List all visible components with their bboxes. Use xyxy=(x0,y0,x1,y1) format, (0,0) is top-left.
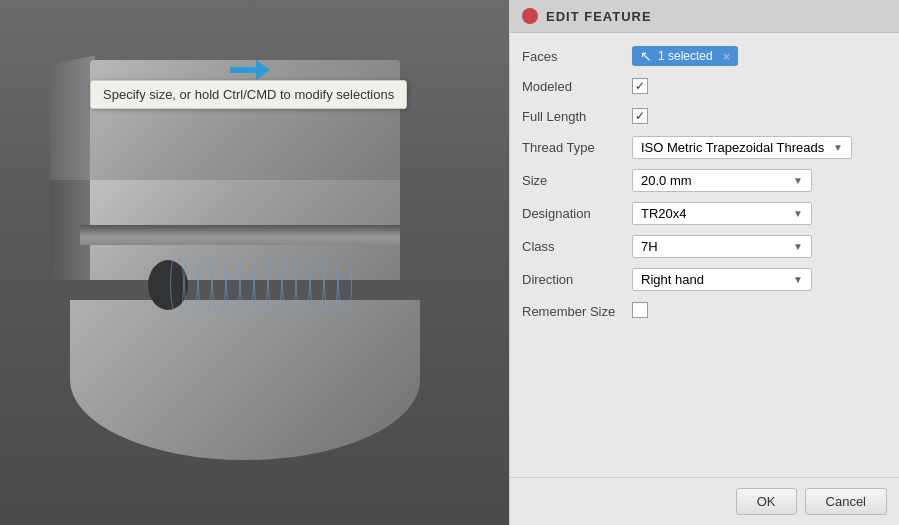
panel-content: Faces ↖ 1 selected × Modeled ✓ Full Leng… xyxy=(510,33,899,334)
class-arrow-icon: ▼ xyxy=(793,241,803,252)
ok-button[interactable]: OK xyxy=(736,488,797,515)
modeled-label: Modeled xyxy=(522,79,632,94)
thread-type-value: ISO Metric Trapezoidal Threads ▼ xyxy=(632,136,887,159)
designation-row: Designation TR20x4 ▼ xyxy=(510,197,899,230)
thread-direction-arrow xyxy=(230,62,270,78)
size-value: 20.0 mm ▼ xyxy=(632,169,887,192)
size-dropdown[interactable]: 20.0 mm ▼ xyxy=(632,169,812,192)
designation-dropdown[interactable]: TR20x4 ▼ xyxy=(632,202,812,225)
remember-size-row: Remember Size xyxy=(510,296,899,326)
model-notch xyxy=(80,225,400,245)
faces-count: 1 selected xyxy=(658,49,713,63)
class-dropdown[interactable]: 7H ▼ xyxy=(632,235,812,258)
class-label: Class xyxy=(522,239,632,254)
direction-dropdown[interactable]: Right hand ▼ xyxy=(632,268,812,291)
designation-arrow-icon: ▼ xyxy=(793,208,803,219)
thread-type-row: Thread Type ISO Metric Trapezoidal Threa… xyxy=(510,131,899,164)
faces-cursor-icon: ↖ xyxy=(640,48,652,64)
cancel-button[interactable]: Cancel xyxy=(805,488,887,515)
panel-header: EDIT FEATURE xyxy=(510,0,899,33)
faces-clear-button[interactable]: × xyxy=(723,49,731,64)
class-row: Class 7H ▼ xyxy=(510,230,899,263)
model-cylinder-base xyxy=(70,300,420,460)
size-arrow-icon: ▼ xyxy=(793,175,803,186)
modeled-value: ✓ xyxy=(632,78,887,94)
remember-size-value xyxy=(632,302,887,321)
modeled-checkbox[interactable]: ✓ xyxy=(632,78,648,94)
size-row: Size 20.0 mm ▼ xyxy=(510,164,899,197)
model-thread-helix xyxy=(170,252,355,316)
arrow-shaft xyxy=(230,67,256,73)
size-text: 20.0 mm xyxy=(641,173,692,188)
class-text: 7H xyxy=(641,239,658,254)
thread-type-arrow-icon: ▼ xyxy=(833,142,843,153)
faces-row: Faces ↖ 1 selected × xyxy=(510,41,899,71)
tooltip-text: Specify size, or hold Ctrl/CMD to modify… xyxy=(103,87,394,102)
faces-selector[interactable]: ↖ 1 selected × xyxy=(632,46,738,66)
size-label: Size xyxy=(522,173,632,188)
arrow-head xyxy=(256,60,270,80)
direction-row: Direction Right hand ▼ xyxy=(510,263,899,296)
cad-model xyxy=(30,40,470,500)
remember-size-checkbox[interactable] xyxy=(632,302,648,318)
faces-label: Faces xyxy=(522,49,632,64)
remember-size-label: Remember Size xyxy=(522,304,632,319)
direction-value: Right hand ▼ xyxy=(632,268,887,291)
model-left-face-top xyxy=(50,55,95,195)
full-length-checkbox[interactable]: ✓ xyxy=(632,108,648,124)
panel-footer: OK Cancel xyxy=(510,477,899,525)
designation-label: Designation xyxy=(522,206,632,221)
thread-type-dropdown[interactable]: ISO Metric Trapezoidal Threads ▼ xyxy=(632,136,852,159)
class-value: 7H ▼ xyxy=(632,235,887,258)
faces-value: ↖ 1 selected × xyxy=(632,46,887,66)
panel-header-icon xyxy=(522,8,538,24)
direction-arrow-icon: ▼ xyxy=(793,274,803,285)
designation-text: TR20x4 xyxy=(641,206,687,221)
thread-type-label: Thread Type xyxy=(522,140,632,155)
panel-title: EDIT FEATURE xyxy=(546,9,652,24)
full-length-label: Full Length xyxy=(522,109,632,124)
instruction-tooltip: Specify size, or hold Ctrl/CMD to modify… xyxy=(90,80,407,109)
direction-text: Right hand xyxy=(641,272,704,287)
thread-type-text: ISO Metric Trapezoidal Threads xyxy=(641,140,824,155)
edit-feature-panel: EDIT FEATURE Faces ↖ 1 selected × Modele… xyxy=(509,0,899,525)
modeled-row: Modeled ✓ xyxy=(510,71,899,101)
full-length-value: ✓ xyxy=(632,108,887,124)
full-length-row: Full Length ✓ xyxy=(510,101,899,131)
direction-label: Direction xyxy=(522,272,632,287)
designation-value: TR20x4 ▼ xyxy=(632,202,887,225)
